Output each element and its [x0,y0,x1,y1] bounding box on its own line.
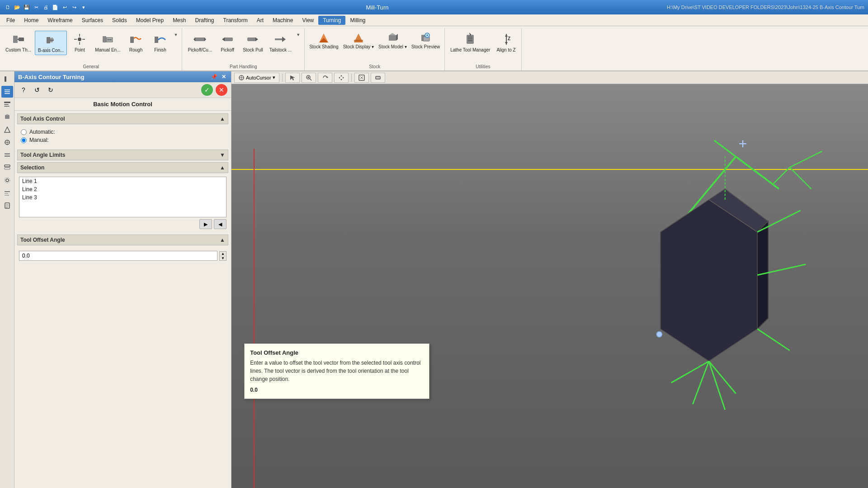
panel-redo-btn[interactable]: ↻ [45,84,56,95]
new-file-icon[interactable]: 🗋 [4,3,12,11]
ribbon-btn-pickoff-cu[interactable]: Pickoff/Cu... [185,31,215,54]
offset-spin-down[interactable]: ▼ [220,256,226,260]
radio-automatic-input[interactable] [21,129,27,135]
menu-art[interactable]: Art [252,16,268,25]
radio-manual-input[interactable] [21,137,27,143]
offset-spin-control[interactable]: ▲ ▼ [219,251,226,261]
vp-select-btn[interactable] [285,73,300,83]
doc-icon[interactable]: 📄 [51,3,59,11]
section-tool-offset-angle-header[interactable]: Tool Offset Angle ▲ [17,235,228,245]
save-icon[interactable]: 💾 [23,3,31,11]
selection-listbox[interactable]: Line 1 Line 2 Line 3 [19,177,226,217]
ribbon-btn-point[interactable]: Point [68,31,91,54]
list-item-line2[interactable]: Line 2 [19,185,226,193]
svg-marker-52 [5,127,10,132]
menu-transform[interactable]: Transform [219,16,252,25]
ribbon-btn-align-z[interactable]: Z Align to Z [494,31,518,54]
menu-mesh[interactable]: Mesh [168,16,190,25]
baxis-label: B-axis Con... [38,48,64,53]
radio-manual[interactable]: Manual: [19,136,226,144]
left-icon-operations[interactable] [1,86,13,98]
panel-ok-btn[interactable]: ✓ [201,84,213,96]
menu-drafting[interactable]: Drafting [190,16,218,25]
vp-rotate-btn[interactable] [318,73,332,83]
ribbon-btn-manual-en[interactable]: Manual En... [92,31,123,54]
cut-icon[interactable]: ✂ [32,3,40,11]
ribbon-btn-stock-model[interactable]: Stock Model ▾ [377,31,409,50]
list-item-line3[interactable]: Line 3 [19,193,226,202]
menu-machine[interactable]: Machine [268,16,297,25]
list-remove-btn[interactable]: ◀ [214,219,226,229]
panel-pin-btn[interactable]: 📌 [210,73,217,80]
finish-icon [153,32,167,47]
ribbon-btn-pickoff[interactable]: Pickoff [216,31,239,54]
left-icon-solids[interactable] [1,111,13,123]
menu-milling[interactable]: Milling [345,16,370,25]
menu-file[interactable]: File [2,16,19,25]
ribbon-btn-stock-shading[interactable]: Stock Shading [307,31,340,50]
left-icon-geometry[interactable] [1,136,13,148]
menu-home[interactable]: Home [19,16,43,25]
toolbar-divider-1 [282,74,283,82]
panel-undo-btn[interactable]: ↺ [32,84,42,95]
open-icon[interactable]: 📂 [13,3,21,11]
svg-rect-57 [5,155,10,157]
ribbon-btn-tailstock[interactable]: Tailstock ... [267,31,294,54]
ribbon-part-handling-expand[interactable]: ▼ [295,31,302,39]
autocursor-dropdown[interactable]: ▾ [273,75,275,80]
ribbon-btn-finish[interactable]: Finish [148,31,172,54]
menu-solids[interactable]: Solids [108,16,132,25]
vp-zoom-btn[interactable] [302,73,316,83]
svg-marker-72 [290,75,295,80]
qat-expand-icon[interactable]: ▾ [80,3,88,11]
finish-label: Finish [154,47,166,53]
panel-close-btn[interactable]: ✕ [220,73,227,80]
left-icon-layers[interactable] [1,149,13,161]
svg-line-105 [709,361,725,410]
list-add-btn[interactable]: ▶ [199,219,212,229]
ribbon-btn-rough[interactable]: Rough [124,31,147,54]
vp-pan-btn[interactable] [334,73,349,83]
menu-wireframe[interactable]: Wireframe [43,16,77,25]
ribbon-btn-lathe-tool-mgr[interactable]: Lathe Tool Manager [448,31,493,54]
vp-view-btn[interactable] [371,73,385,83]
section-selection-header[interactable]: Selection ▲ [17,162,228,173]
offset-angle-input[interactable] [19,251,217,261]
panel-help-btn[interactable]: ? [18,84,29,95]
redo-icon[interactable]: ↪ [70,3,78,11]
menu-turning[interactable]: Turning [318,16,345,25]
section-tool-axis-control-header[interactable]: Tool Axis Control ▲ [17,113,228,124]
ribbon-btn-stock-preview[interactable]: Stock Preview [410,31,442,50]
left-icon-planes[interactable] [1,124,13,136]
left-icon-settings[interactable] [1,174,13,186]
autocursor-btn[interactable]: AutoCursor ▾ [234,73,279,83]
ribbon-general-expand[interactable]: ▼ [173,31,179,39]
quick-access-toolbar: 🗋 📂 💾 ✂ 🖨 📄 ↩ ↪ ▾ [4,3,88,11]
left-icon-recent[interactable] [1,162,13,174]
print-icon[interactable]: 🖨 [42,3,50,11]
vp-fit-btn[interactable] [354,73,369,83]
lathe-tool-mgr-label: Lathe Tool Manager [450,47,490,53]
ribbon-btn-custom-th[interactable]: Custom Th... [3,31,34,54]
panel-cancel-btn[interactable]: ✕ [216,84,227,96]
radio-automatic[interactable]: Automatic: [19,128,226,136]
menu-surfaces[interactable]: Surfaces [77,16,108,25]
menu-view[interactable]: View [297,16,318,25]
list-item-line1[interactable]: Line 1 [19,177,226,185]
section-tool-angle-limits-header[interactable]: Tool Angle Limits ▼ [17,150,228,160]
main-layout: B-Axis Contour Turning 📌 ✕ ? ↺ ↻ ✓ ✕ Bas… [0,71,868,488]
ribbon-btn-stock-display[interactable]: Stock Display ▾ [341,31,376,50]
viewport-canvas[interactable]: + [231,84,868,488]
left-icon-toolpaths[interactable] [1,99,13,110]
lathe-tool-mgr-icon [463,32,477,47]
left-icon-list[interactable] [1,187,13,199]
left-icon-select[interactable] [1,73,13,85]
menu-model-prep[interactable]: Model Prep [132,16,168,25]
ribbon-btn-baxis[interactable]: B-axis Con... [35,31,67,55]
undo-icon[interactable]: ↩ [61,3,69,11]
radio-manual-label: Manual: [29,137,49,143]
offset-spin-up[interactable]: ▲ [220,252,226,256]
ribbon-btn-stock-pull[interactable]: Stock Pull [240,31,265,54]
svg-rect-49 [4,106,9,107]
left-icon-notes[interactable] [1,200,13,211]
